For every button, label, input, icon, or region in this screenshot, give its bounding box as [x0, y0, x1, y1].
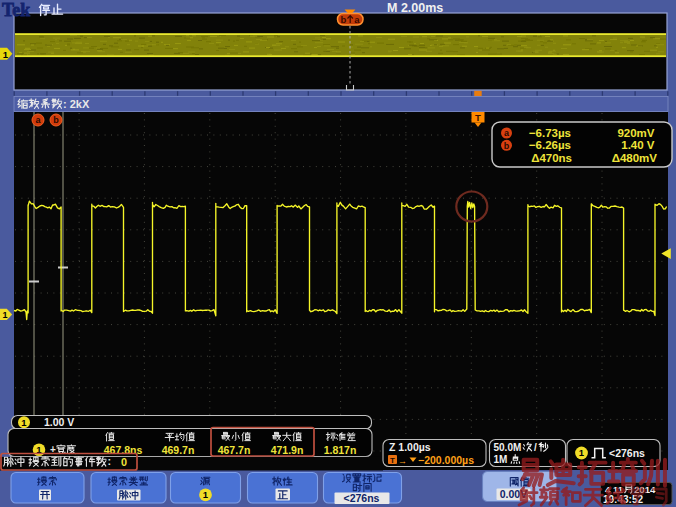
svg-text:−6.26µs: −6.26µs — [529, 139, 571, 151]
svg-text::: : — [108, 455, 112, 467]
svg-text:1.40 V: 1.40 V — [621, 139, 655, 151]
svg-text:<276ns: <276ns — [344, 492, 380, 504]
svg-text:<276ns: <276ns — [609, 447, 645, 459]
svg-text:1: 1 — [21, 417, 27, 428]
svg-text:T: T — [390, 456, 395, 465]
svg-text:1.00 V: 1.00 V — [44, 416, 74, 428]
svg-text:1: 1 — [203, 489, 209, 500]
svg-text:b: b — [340, 14, 346, 25]
svg-text:1: 1 — [3, 49, 9, 60]
svg-text:: 2kX: : 2kX — [63, 98, 90, 110]
svg-text:/: / — [534, 442, 537, 453]
svg-text:→: → — [398, 456, 407, 466]
svg-text:1: 1 — [579, 447, 585, 458]
svg-text:920mV: 920mV — [617, 127, 654, 139]
svg-text:50.0M: 50.0M — [494, 442, 522, 453]
svg-text:Δ470ns: Δ470ns — [531, 152, 572, 164]
svg-text:0: 0 — [121, 456, 127, 468]
svg-text:1: 1 — [2, 310, 7, 320]
svg-text:1M: 1M — [494, 454, 508, 465]
svg-text:471.9n: 471.9n — [271, 444, 304, 456]
svg-text:Tek: Tek — [2, 0, 30, 20]
svg-text:b: b — [504, 141, 510, 151]
svg-text:a: a — [354, 14, 360, 25]
svg-text:1.817n: 1.817n — [324, 444, 357, 456]
svg-text:467.7n: 467.7n — [218, 444, 251, 456]
svg-text:b: b — [53, 115, 59, 125]
svg-text:M 2.00ms: M 2.00ms — [387, 1, 443, 15]
svg-text:Z 1.00µs: Z 1.00µs — [389, 441, 431, 453]
svg-text:T: T — [475, 112, 481, 123]
svg-text:−200.000µs: −200.000µs — [418, 454, 474, 466]
svg-text:−6.73µs: −6.73µs — [529, 127, 571, 139]
svg-text:Δ480mV: Δ480mV — [612, 152, 658, 164]
svg-text:469.7n: 469.7n — [162, 444, 195, 456]
